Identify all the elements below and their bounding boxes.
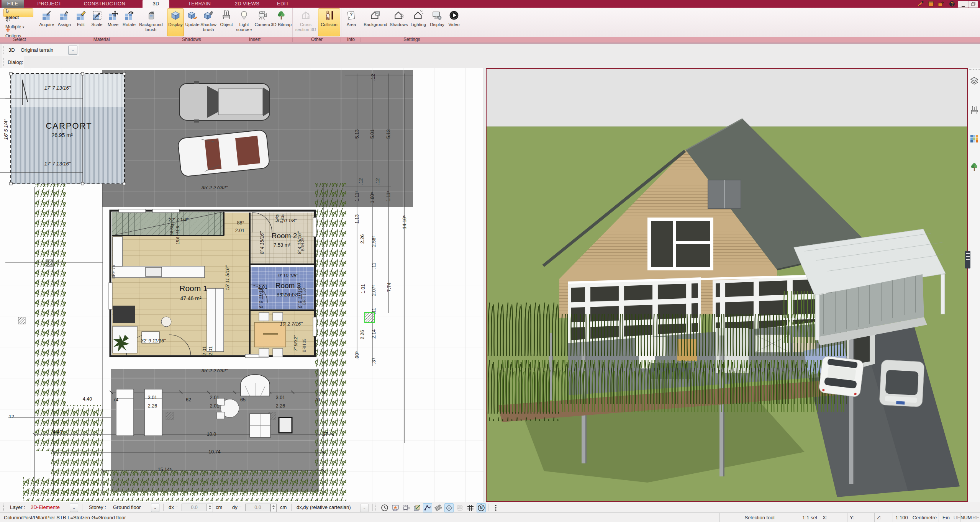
minimize-button[interactable]	[958, 1, 969, 8]
light-source-button[interactable]: Light source	[235, 8, 253, 36]
storey-dropdown[interactable]: ⌄	[151, 504, 159, 512]
ribbon-group-info: ? Area	[341, 8, 361, 37]
dy-stepper[interactable]	[270, 504, 277, 512]
coordinate-mode-select[interactable]: dx,dy (relative cartesian)	[297, 502, 351, 513]
rotate-button[interactable]: Rotate	[121, 8, 138, 36]
tab-file[interactable]: FILE	[2, 0, 24, 8]
more-options-icon[interactable]	[491, 503, 500, 512]
dy-input[interactable]: 0.0	[245, 504, 270, 511]
tab-2d-views[interactable]: 2D VIEWS	[228, 0, 266, 8]
plan-dimension-label: .37	[371, 357, 377, 364]
help-icon[interactable]	[949, 1, 955, 7]
plan-view-2d[interactable]: CARPORT 26.95 m² 17' 7 13/16" 17' 7 13/1…	[0, 68, 483, 502]
status-uf: UF	[953, 513, 960, 522]
acquire-icon	[38, 10, 55, 21]
background-settings-button[interactable]: Background	[362, 8, 388, 36]
status-bar: Column/Post/Pillar/Pier STB L=Stützen G=…	[0, 512, 980, 522]
drag-handle[interactable]	[375, 504, 376, 511]
drag-handle[interactable]	[3, 46, 4, 54]
multiple-button[interactable]: Multiple	[3, 18, 36, 26]
drag-handle[interactable]	[3, 58, 4, 66]
tab-3d[interactable]: 3D	[143, 0, 169, 8]
shadows-settings-button[interactable]: Shadows	[388, 8, 409, 36]
insert-3d-bitmap-button[interactable]: 3D-Bitmap	[270, 8, 292, 36]
lighting-settings-button[interactable]: Lighting	[408, 8, 428, 36]
plan-dimension-label: .12	[370, 74, 376, 80]
acquire-button[interactable]: Acquire	[38, 8, 56, 36]
north-icon[interactable]: N	[477, 503, 486, 512]
move-button[interactable]: Move	[105, 8, 121, 36]
grid-icon[interactable]	[466, 503, 475, 512]
tab-terrain[interactable]: TERRAIN	[181, 0, 218, 8]
car-silver-3d	[879, 360, 924, 407]
objects-icon[interactable]	[970, 106, 979, 115]
gable-window	[647, 218, 713, 270]
cursor-icon	[5, 9, 10, 14]
plan-dimension-label: 12	[9, 414, 14, 419]
view-3d[interactable]	[486, 68, 968, 502]
edit-button[interactable]: Edit	[72, 8, 89, 36]
view-selector-dropdown[interactable]: ⌄	[68, 46, 77, 55]
plan-dimension-label: 10' 2 7/16"	[280, 321, 303, 327]
dialog-bar: Dialog:	[0, 56, 980, 69]
export-icon[interactable]	[937, 1, 944, 7]
collision-icon	[318, 10, 340, 21]
edit-icon	[73, 10, 89, 21]
update-shadows-button[interactable]: Update	[184, 8, 201, 36]
plan-car-gray[interactable]	[179, 81, 270, 123]
time-icon[interactable]	[380, 503, 389, 512]
select-button[interactable]: Select	[3, 8, 33, 17]
plan-dimension-label: 5.13	[354, 129, 360, 139]
insert-object-button[interactable]: Object	[218, 8, 235, 36]
camera-path-icon[interactable]	[402, 503, 411, 512]
restore-button[interactable]	[968, 1, 978, 8]
package-icon[interactable]	[928, 1, 934, 7]
drag-handle[interactable]	[3, 504, 4, 511]
plan-dimension-label: 2.01	[235, 228, 244, 233]
plan-dimension-label: 2.26	[360, 234, 365, 244]
display-shadows-button[interactable]: Display	[167, 8, 184, 36]
layer-value[interactable]: 2D-Elemente	[31, 502, 60, 513]
plants-icon[interactable]	[970, 162, 979, 172]
tab-edit[interactable]: EDIT	[273, 0, 293, 8]
dx-stepper[interactable]	[207, 504, 213, 512]
options-button[interactable]: Options	[3, 27, 36, 36]
tools-icon[interactable]	[918, 1, 924, 7]
splitter-grip[interactable]	[965, 251, 970, 268]
tab-construction[interactable]: CONSTRUCTION	[77, 0, 133, 8]
storey-value[interactable]: Ground floor	[113, 502, 141, 513]
plan-dimension-label: .90⁵	[354, 351, 360, 360]
insert-camera-button[interactable]: Camera	[253, 8, 272, 36]
scale-button[interactable]: Scale	[88, 8, 105, 36]
close-button[interactable]	[978, 1, 980, 7]
strip-drag-handle[interactable]	[969, 69, 980, 70]
plan-dimension-label: .11	[371, 263, 377, 269]
carport-dim-left: 16' 5 1/4"	[3, 119, 9, 140]
coordinate-mode-dropdown[interactable]: ⌄	[360, 504, 369, 512]
layers-icon[interactable]	[970, 77, 979, 86]
plan-dimension-label: 2.26	[360, 330, 365, 339]
cross-section-3d-button[interactable]: Cross section 3D	[293, 8, 318, 36]
tile-icon[interactable]	[444, 503, 454, 512]
roof-view-icon[interactable]	[423, 503, 432, 512]
bucket-icon	[137, 10, 165, 21]
view-selector-cell: 3D Original terrain ⌄	[2, 44, 79, 56]
collision-button[interactable]: Collision	[318, 8, 340, 36]
texture-sheets-icon[interactable]	[412, 503, 421, 512]
hatch-roads-icon[interactable]	[434, 503, 443, 512]
materials-icon[interactable]	[970, 134, 979, 143]
shadow-brush-button[interactable]: Shadow brush	[200, 8, 217, 36]
dx-input[interactable]: 0.0	[182, 504, 207, 511]
plan-carport[interactable]: CARPORT 26.95 m² 17' 7 13/16" 17' 7 13/1…	[0, 72, 126, 185]
video-settings-button[interactable]: Video	[446, 8, 462, 36]
layer-dropdown[interactable]: ⌄	[70, 504, 78, 512]
layer-sheets-icon[interactable]	[455, 503, 464, 512]
display-settings-button[interactable]: Display	[428, 8, 447, 36]
view-mode-label: 3D	[8, 47, 15, 53]
house-shadow-icon	[389, 10, 409, 21]
assign-button[interactable]: Assign	[56, 8, 73, 36]
tab-project[interactable]: PROJECT	[30, 0, 69, 8]
render-display-icon[interactable]	[391, 503, 400, 512]
area-button[interactable]: ? Area	[343, 8, 359, 36]
background-brush-button[interactable]: Background brush	[137, 8, 165, 36]
